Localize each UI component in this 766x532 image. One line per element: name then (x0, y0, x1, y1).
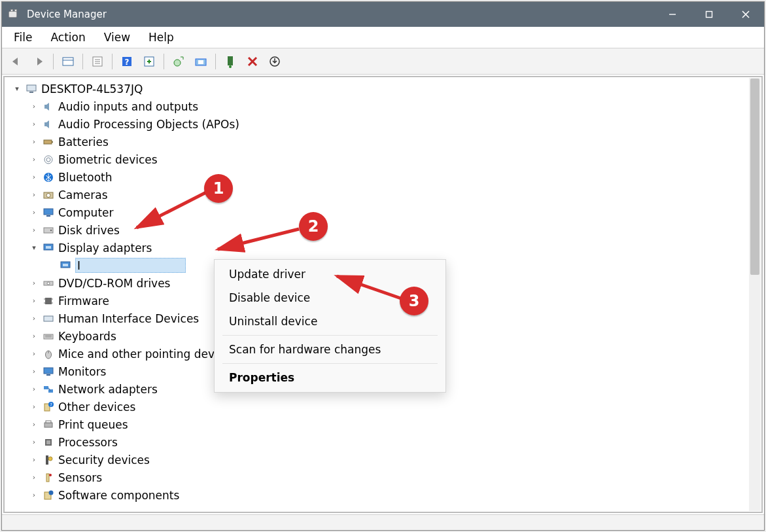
update-driver-button[interactable] (168, 52, 189, 71)
tree-item-print[interactable]: ›Print queues (11, 416, 761, 433)
keyboard-icon (41, 329, 56, 344)
scan-hardware-button[interactable] (190, 52, 211, 71)
ctx-divider (222, 363, 438, 364)
chevron-right-icon[interactable]: › (28, 349, 40, 358)
tree-item-apos[interactable]: ›Audio Processing Objects (APOs) (11, 115, 761, 133)
minimize-button[interactable] (654, 2, 691, 27)
action-button[interactable] (139, 52, 160, 71)
chevron-right-icon[interactable]: › (28, 332, 40, 340)
svg-point-16 (174, 60, 181, 66)
svg-rect-18 (198, 60, 203, 64)
tree-root[interactable]: ▾ DESKTOP-4L537JQ (11, 80, 761, 98)
chevron-right-icon[interactable]: › (28, 367, 40, 376)
chip-icon (41, 294, 56, 308)
mouse-icon (41, 347, 56, 361)
svg-rect-24 (27, 85, 36, 91)
svg-rect-54 (44, 368, 53, 374)
tree-item-disk-drives[interactable]: ›Disk drives (11, 221, 761, 239)
tree-item-audio-io[interactable]: ›Audio inputs and outputs (11, 98, 761, 115)
menu-view[interactable]: View (95, 28, 139, 46)
tree-item-batteries[interactable]: ›Batteries (11, 133, 761, 151)
back-button[interactable] (6, 52, 27, 71)
chevron-right-icon[interactable]: › (28, 491, 40, 499)
svg-text:?: ? (50, 402, 52, 408)
tree-item-computer[interactable]: ›Computer (11, 204, 761, 221)
chevron-right-icon[interactable]: › (28, 137, 40, 146)
chevron-right-icon[interactable]: › (28, 296, 40, 305)
help-button[interactable]: ? (116, 52, 137, 71)
tree-item-other[interactable]: ›?Other devices (11, 398, 761, 416)
chevron-right-icon[interactable]: › (28, 314, 40, 323)
chevron-down-icon[interactable]: ▾ (11, 84, 23, 93)
properties-button[interactable] (87, 52, 108, 71)
security-icon (41, 453, 56, 467)
titlebar: Device Manager (2, 2, 764, 27)
camera-icon (41, 188, 56, 202)
chevron-right-icon[interactable]: › (28, 208, 40, 217)
tree-item-cameras[interactable]: ›Cameras (11, 186, 761, 204)
speaker-icon (41, 117, 56, 132)
app-icon (7, 8, 20, 21)
tree-item-display-adapters[interactable]: ▾Display adapters (11, 239, 761, 257)
printer-icon (41, 417, 56, 432)
chevron-right-icon[interactable]: › (28, 102, 40, 111)
tree-item-sensors[interactable]: ›Sensors (11, 469, 761, 486)
show-hide-tree-button[interactable] (58, 52, 78, 71)
chevron-right-icon[interactable]: › (28, 385, 40, 393)
tree-pane[interactable]: ▾ DESKTOP-4L537JQ ›Audio inputs and outp… (3, 76, 763, 513)
ctx-update-driver[interactable]: Update driver (215, 262, 445, 286)
svg-point-69 (49, 474, 52, 476)
svg-point-28 (44, 156, 52, 164)
vertical-scrollbar[interactable] (749, 78, 761, 511)
sensor-icon (41, 470, 56, 485)
disable-device-button[interactable] (242, 52, 263, 71)
uninstall-device-button[interactable] (264, 52, 285, 71)
chevron-right-icon[interactable]: › (28, 155, 40, 164)
chevron-right-icon[interactable]: › (28, 455, 40, 464)
svg-rect-2 (15, 10, 17, 12)
context-menu: Update driver Disable device Uninstall d… (214, 259, 446, 393)
scrollbar-thumb[interactable] (750, 79, 759, 275)
ctx-properties[interactable]: Properties (215, 366, 445, 389)
annotation-marker-1: 1 (204, 174, 233, 203)
tree-item-processors[interactable]: ›Processors (11, 433, 761, 451)
chevron-right-icon[interactable]: › (28, 279, 40, 287)
svg-point-42 (47, 282, 50, 285)
tree-root-label: DESKTOP-4L537JQ (41, 82, 143, 96)
svg-point-67 (48, 457, 52, 461)
ctx-scan-hardware[interactable]: Scan for hardware changes (215, 338, 445, 361)
monitor-icon (41, 364, 56, 379)
close-button[interactable] (727, 2, 764, 27)
tree-item-security[interactable]: ›Security devices (11, 451, 761, 469)
tree-item-bluetooth[interactable]: ›Bluetooth (11, 168, 761, 186)
chevron-right-icon[interactable]: › (28, 438, 40, 446)
annotation-marker-3: 3 (400, 287, 428, 315)
chevron-right-icon[interactable]: › (28, 173, 40, 181)
svg-rect-27 (52, 141, 53, 143)
chevron-right-icon[interactable]: › (28, 473, 40, 482)
maximize-button[interactable] (691, 2, 727, 27)
bluetooth-icon (41, 170, 56, 185)
svg-point-29 (46, 158, 50, 162)
menu-file[interactable]: File (5, 28, 41, 46)
forward-button[interactable] (28, 52, 49, 71)
chevron-right-icon[interactable]: › (28, 420, 40, 429)
svg-rect-57 (48, 389, 53, 393)
menu-action[interactable]: Action (41, 28, 94, 46)
svg-rect-0 (9, 12, 17, 18)
device-manager-window: Device Manager File Action View Help ? (1, 1, 765, 531)
chevron-right-icon[interactable]: › (28, 120, 40, 128)
tree-item-biometric[interactable]: ›Biometric devices (11, 151, 761, 168)
tree-item-software[interactable]: ›Software components (11, 486, 761, 504)
svg-rect-4 (706, 12, 712, 18)
enable-device-button[interactable] (220, 52, 241, 71)
chevron-right-icon[interactable]: › (28, 402, 40, 411)
software-icon (41, 488, 56, 503)
svg-rect-40 (63, 264, 68, 266)
computer-icon (24, 82, 39, 96)
toolbar: ? (2, 48, 764, 75)
chevron-down-icon[interactable]: ▾ (28, 243, 40, 252)
chevron-right-icon[interactable]: › (28, 190, 40, 199)
menu-help[interactable]: Help (139, 28, 183, 46)
chevron-right-icon[interactable]: › (28, 226, 40, 234)
